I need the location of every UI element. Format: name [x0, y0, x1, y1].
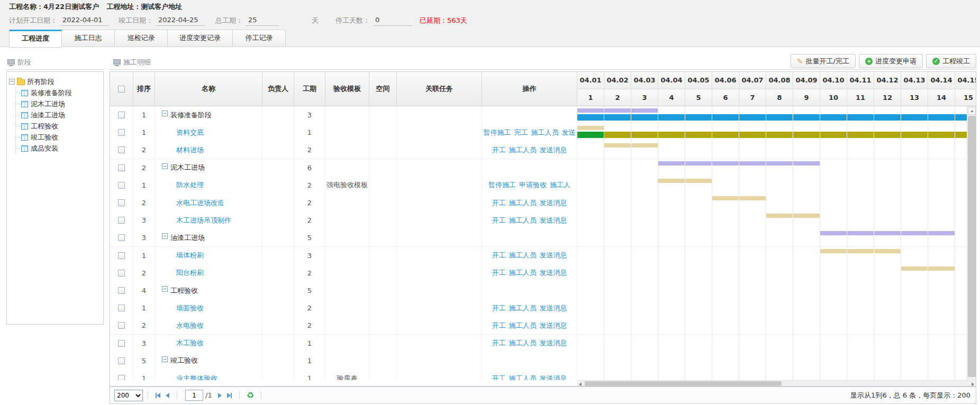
row-checkbox[interactable]	[118, 146, 125, 153]
operation-link[interactable]: 施工人员	[509, 321, 537, 330]
tab-3[interactable]: 巡检记录	[115, 30, 168, 47]
horizontal-scrollbar[interactable]	[577, 380, 976, 386]
last-page-icon[interactable]	[227, 393, 232, 398]
project-complete-button[interactable]: ✓ 工程竣工	[926, 54, 976, 68]
operation-link[interactable]: 开工	[492, 338, 506, 348]
tab-4[interactable]: 进度变更记录	[168, 30, 233, 47]
first-page-icon[interactable]	[156, 393, 160, 398]
operation-link[interactable]: 施工人员	[509, 216, 537, 225]
operation-link[interactable]: 发送消息	[540, 321, 567, 330]
vertical-scrollbar[interactable]	[967, 106, 976, 380]
collapse-icon[interactable]: −	[162, 286, 168, 292]
prev-page-icon[interactable]	[166, 393, 169, 398]
operation-link[interactable]: 施工人员	[509, 198, 537, 208]
operation-link[interactable]: 申请验收	[519, 180, 547, 190]
stage-tree-root[interactable]: − 所有阶段	[9, 76, 101, 87]
row-checkbox[interactable]	[118, 252, 125, 259]
collapse-icon[interactable]: −	[162, 111, 168, 116]
gantt-plan-bar[interactable]	[820, 249, 901, 253]
operation-link[interactable]: 发送消息	[540, 268, 567, 278]
select-all-checkbox[interactable]	[118, 86, 125, 93]
task-name-link[interactable]: 木工验收	[176, 338, 204, 348]
row-checkbox[interactable]	[118, 217, 125, 224]
operation-link[interactable]: 开工	[492, 268, 506, 278]
operation-link[interactable]: 暂停施工	[484, 128, 511, 137]
collapse-icon[interactable]: −	[162, 356, 168, 362]
stage-tree-item-5[interactable]: 竣工验收	[16, 132, 101, 143]
task-name-link[interactable]: 木工进场吊顶制作	[176, 216, 231, 225]
gantt-plan-bar[interactable]	[577, 108, 658, 113]
task-name-link[interactable]: 业主整体验收	[176, 374, 217, 381]
operation-link[interactable]: 发送消息	[540, 145, 567, 155]
task-name-link[interactable]: 水电工进场改造	[176, 198, 224, 208]
next-page-icon[interactable]	[218, 393, 222, 398]
operation-link[interactable]: 开工	[492, 321, 506, 330]
task-name-link[interactable]: 阳台粉刷	[176, 268, 204, 278]
stage-tree-item-4[interactable]: 工程验收	[16, 121, 101, 132]
operation-link[interactable]: 发送消息	[540, 374, 567, 381]
horizontal-scrollbar-thumb[interactable]	[585, 381, 782, 386]
tab-5[interactable]: 停工记录	[233, 30, 286, 47]
operation-link[interactable]: 施工人员	[509, 374, 537, 381]
finish-date-field[interactable]: 2022-04-25	[156, 15, 205, 26]
gantt-plan-bar[interactable]	[820, 231, 955, 235]
operation-link[interactable]: 施工人	[550, 180, 570, 190]
operation-link[interactable]: 发送消息	[540, 303, 567, 313]
operation-link[interactable]: 施工人员	[509, 251, 537, 260]
page-size-select[interactable]: 200	[114, 390, 143, 401]
operation-link[interactable]: 发送消息	[540, 198, 567, 208]
operation-link[interactable]: 施工人员	[509, 145, 537, 155]
stage-tree-item-6[interactable]: 成品安装	[16, 143, 101, 154]
gantt-actual-bar[interactable]	[577, 132, 604, 138]
progress-change-request-button[interactable]: ＋ 进度变更申请	[859, 54, 923, 68]
stage-tree-item-3[interactable]: 油漆工进场	[16, 109, 101, 121]
operation-link[interactable]: 开工	[492, 303, 506, 313]
task-name-link[interactable]: 墙面验收	[176, 303, 204, 313]
task-name-link[interactable]: 资料交底	[176, 128, 204, 137]
gantt-plan-bar[interactable]	[658, 179, 712, 183]
operation-link[interactable]: 发送消息	[540, 216, 567, 225]
gantt-plan-bar[interactable]	[604, 143, 658, 148]
row-checkbox[interactable]	[118, 375, 125, 380]
gantt-actual-bar[interactable]	[604, 132, 976, 138]
tab-2[interactable]: 施工日志	[62, 30, 115, 47]
scroll-right-icon[interactable]	[969, 381, 976, 386]
collapse-icon[interactable]: −	[9, 79, 15, 85]
operation-link[interactable]: 施工人员	[509, 338, 537, 348]
row-checkbox[interactable]	[118, 112, 125, 118]
scroll-up-icon[interactable]	[968, 107, 976, 115]
operation-link[interactable]: 施工人员	[509, 303, 537, 313]
refresh-icon[interactable]: ♻	[247, 390, 254, 400]
row-checkbox[interactable]	[118, 340, 125, 347]
row-checkbox[interactable]	[118, 199, 125, 206]
total-duration-field[interactable]: 25	[246, 15, 279, 26]
page-number-input[interactable]	[185, 390, 203, 401]
stage-tree-item-1[interactable]: 装修准备阶段	[16, 87, 101, 98]
task-name-link[interactable]: 墙体粉刷	[176, 251, 204, 260]
operation-link[interactable]: 开工	[492, 198, 506, 208]
task-name-link[interactable]: 材料进场	[176, 145, 204, 155]
row-checkbox[interactable]	[118, 357, 125, 364]
row-checkbox[interactable]	[118, 270, 125, 277]
operation-link[interactable]: 开工	[492, 216, 506, 225]
task-name-link[interactable]: 防水处理	[176, 180, 204, 190]
operation-link[interactable]: 施工人员	[531, 128, 559, 137]
operation-link[interactable]: 发送	[562, 128, 576, 137]
row-checkbox[interactable]	[118, 287, 125, 294]
operation-link[interactable]: 开工	[492, 145, 506, 155]
row-checkbox[interactable]	[118, 322, 125, 329]
row-checkbox[interactable]	[118, 182, 125, 189]
operation-link[interactable]: 完工	[514, 128, 528, 137]
gantt-plan-bar[interactable]	[712, 196, 766, 200]
gantt-plan-bar[interactable]	[577, 126, 604, 130]
row-checkbox[interactable]	[118, 164, 125, 171]
collapse-icon[interactable]: −	[162, 233, 168, 239]
tab-1[interactable]: 工程进度	[9, 30, 62, 48]
operation-link[interactable]: 开工	[492, 251, 506, 260]
vertical-scrollbar-thumb[interactable]	[968, 116, 976, 377]
operation-link[interactable]: 暂停施工	[488, 180, 516, 190]
operation-link[interactable]: 开工	[492, 374, 506, 381]
operation-link[interactable]: 发送消息	[540, 338, 567, 348]
operation-link[interactable]: 施工人员	[509, 268, 537, 278]
row-checkbox[interactable]	[118, 305, 125, 311]
